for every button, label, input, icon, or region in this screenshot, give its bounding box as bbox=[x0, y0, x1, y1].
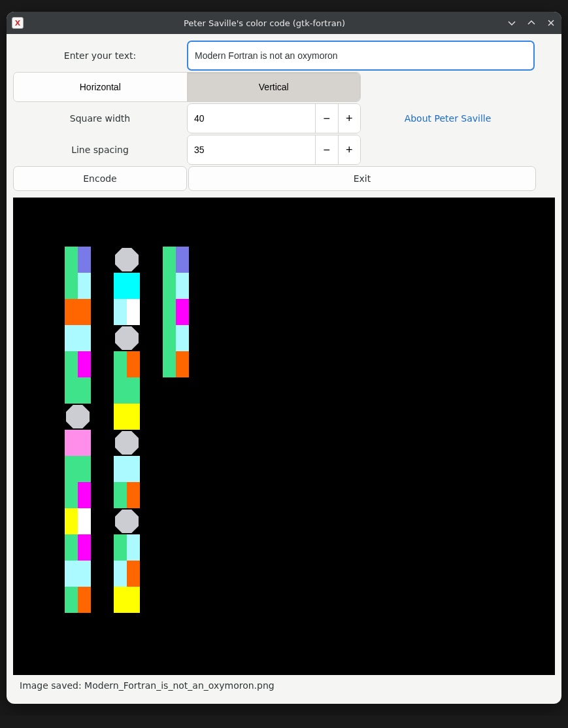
main-window: X Peter Saville's color code (gtk-fortra… bbox=[7, 12, 561, 704]
color-column bbox=[65, 247, 91, 613]
color-cell bbox=[163, 273, 189, 299]
space-marker bbox=[114, 430, 140, 456]
about-link[interactable]: About Peter Saville bbox=[361, 103, 535, 133]
color-cell bbox=[65, 508, 91, 534]
color-cell bbox=[65, 351, 91, 377]
color-cell bbox=[163, 247, 189, 273]
line-spacing-decrement[interactable]: − bbox=[315, 135, 338, 164]
line-spacing-spinner: − + bbox=[187, 135, 361, 165]
color-cell bbox=[114, 351, 140, 377]
window-title: Peter Saville's color code (gtk-fortran) bbox=[27, 18, 501, 28]
content: Enter your text: Horizontal Vertical Squ… bbox=[7, 34, 561, 704]
color-cell bbox=[65, 273, 91, 299]
text-label: Enter your text: bbox=[13, 41, 187, 71]
status-bar: Image saved: Modern_Fortran_is_not_an_ox… bbox=[13, 675, 555, 697]
square-width-label: Square width bbox=[13, 103, 187, 133]
window-controls bbox=[507, 18, 556, 28]
orientation-toggle: Horizontal Vertical bbox=[13, 72, 361, 102]
color-cell bbox=[114, 404, 140, 430]
exit-button[interactable]: Exit bbox=[188, 166, 536, 191]
encode-button[interactable]: Encode bbox=[13, 166, 187, 191]
color-cell bbox=[65, 534, 91, 561]
minimize-button[interactable] bbox=[507, 18, 517, 28]
color-cell bbox=[65, 430, 91, 456]
line-spacing-input[interactable] bbox=[188, 135, 315, 164]
close-button[interactable] bbox=[546, 18, 556, 28]
square-width-increment[interactable]: + bbox=[338, 104, 361, 133]
color-cell bbox=[163, 351, 189, 377]
color-cell bbox=[65, 456, 91, 482]
maximize-button[interactable] bbox=[526, 18, 537, 28]
color-cell bbox=[114, 377, 140, 404]
color-cell bbox=[114, 482, 140, 508]
line-spacing-label: Line spacing bbox=[13, 135, 187, 165]
text-input[interactable] bbox=[187, 41, 535, 71]
titlebar: X Peter Saville's color code (gtk-fortra… bbox=[7, 12, 561, 34]
output-canvas bbox=[13, 198, 555, 675]
color-cell bbox=[163, 325, 189, 351]
color-cell bbox=[65, 325, 91, 351]
line-spacing-increment[interactable]: + bbox=[338, 135, 361, 164]
space-marker bbox=[114, 508, 140, 534]
color-cell bbox=[114, 299, 140, 325]
color-cell bbox=[114, 561, 140, 587]
color-cell bbox=[114, 534, 140, 561]
color-cell bbox=[65, 482, 91, 508]
color-cell bbox=[114, 273, 140, 299]
color-cell bbox=[114, 587, 140, 613]
color-column bbox=[114, 247, 140, 613]
square-width-spinner: − + bbox=[187, 103, 361, 133]
space-marker bbox=[114, 325, 140, 351]
color-cell bbox=[65, 247, 91, 273]
color-cell bbox=[65, 561, 91, 587]
square-width-input[interactable] bbox=[188, 104, 315, 133]
app-icon: X bbox=[12, 17, 24, 29]
space-marker bbox=[114, 247, 140, 273]
color-column bbox=[163, 247, 189, 377]
color-cell bbox=[163, 299, 189, 325]
square-width-decrement[interactable]: − bbox=[315, 104, 338, 133]
vertical-button[interactable]: Vertical bbox=[188, 73, 361, 101]
color-cell bbox=[114, 456, 140, 482]
color-cell bbox=[65, 377, 91, 404]
color-cell bbox=[65, 587, 91, 613]
horizontal-button[interactable]: Horizontal bbox=[14, 73, 188, 101]
color-cell bbox=[65, 299, 91, 325]
space-marker bbox=[65, 404, 91, 430]
